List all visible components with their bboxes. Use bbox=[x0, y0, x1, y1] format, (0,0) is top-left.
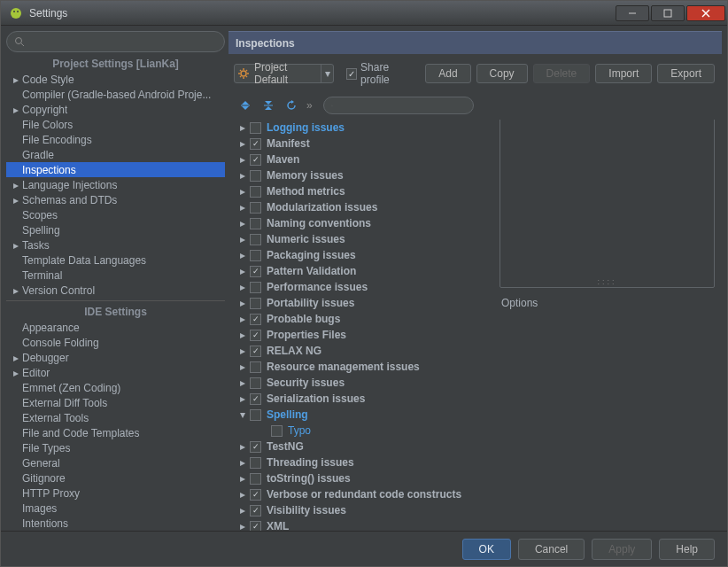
sidebar-item[interactable]: ▸Tasks bbox=[6, 237, 225, 252]
add-button[interactable]: Add bbox=[425, 64, 470, 83]
sidebar-item[interactable]: ▸Debugger bbox=[6, 350, 225, 365]
sidebar-item[interactable]: ▸Spelling bbox=[6, 222, 225, 237]
sidebar-item[interactable]: ▸Scopes bbox=[6, 207, 225, 222]
checkbox-icon[interactable]: ✓ bbox=[250, 154, 261, 166]
inspection-row[interactable]: ▸✓Pattern Validation bbox=[232, 263, 492, 279]
inspection-row[interactable]: ▾✓Spelling bbox=[232, 407, 492, 423]
sidebar-item[interactable]: ▸External Tools bbox=[6, 410, 225, 425]
inspection-row[interactable]: ▸✓Naming conventions bbox=[232, 215, 492, 231]
checkbox-icon[interactable]: ✓ bbox=[250, 202, 261, 214]
sidebar-tree[interactable]: Project Settings [LianKa] ▸Code Style▸Co… bbox=[6, 56, 225, 531]
inspection-row[interactable]: ▸✓Properties Files bbox=[232, 327, 492, 343]
sidebar-item[interactable]: ▸Gradle bbox=[6, 147, 225, 162]
sidebar-search[interactable] bbox=[6, 31, 225, 52]
inspections-search-input[interactable] bbox=[333, 99, 466, 112]
inspection-row[interactable]: ▸✓TestNG bbox=[232, 439, 492, 454]
collapse-icon[interactable] bbox=[260, 97, 276, 113]
checkbox-icon[interactable]: ✓ bbox=[250, 298, 261, 309]
sidebar-item[interactable]: ▸Compiler (Gradle-based Android Proje... bbox=[6, 87, 225, 102]
profile-dropdown[interactable]: Project Default ▾ bbox=[234, 64, 334, 83]
inspection-row[interactable]: ▸✓Portability issues bbox=[232, 295, 492, 311]
sidebar-item[interactable]: ▸Inspections bbox=[6, 162, 225, 177]
inspection-row[interactable]: ▸✓Numeric issues bbox=[232, 231, 492, 247]
inspection-row[interactable]: ▸✓Logging issues bbox=[232, 120, 492, 136]
sidebar-item[interactable]: ▸Console Folding bbox=[6, 335, 225, 350]
inspection-row[interactable]: ▸✓Method metrics bbox=[232, 183, 492, 199]
sidebar-item[interactable]: ▸General bbox=[6, 455, 225, 470]
inspections-search[interactable] bbox=[323, 97, 474, 114]
sidebar-item[interactable]: ▸Code Style bbox=[6, 72, 225, 87]
checkbox-icon[interactable]: ✓ bbox=[250, 314, 261, 325]
checkbox-icon[interactable]: ✓ bbox=[250, 393, 261, 405]
inspection-row[interactable]: ▸✓Memory issues bbox=[232, 167, 492, 183]
inspection-row[interactable]: ▸✓Threading issues bbox=[232, 454, 492, 470]
checkbox-icon[interactable]: ✓ bbox=[250, 282, 261, 293]
sidebar-item[interactable]: ▸Appearance bbox=[6, 320, 225, 335]
inspection-row[interactable]: ▸✓XML bbox=[232, 518, 492, 531]
share-profile-checkbox[interactable]: ✓ Share profile bbox=[346, 61, 414, 86]
sidebar-item[interactable]: ▸Schemas and DTDs bbox=[6, 192, 225, 207]
checkbox-icon[interactable]: ✓ bbox=[250, 250, 261, 261]
checkbox-icon[interactable]: ✓ bbox=[250, 122, 261, 134]
checkbox-icon[interactable]: ✓ bbox=[250, 521, 261, 532]
export-button[interactable]: Export bbox=[657, 64, 715, 83]
delete-button[interactable]: Delete bbox=[533, 64, 591, 83]
checkbox-icon[interactable]: ✓ bbox=[250, 346, 261, 357]
checkbox-icon[interactable]: ✓ bbox=[250, 377, 261, 389]
sidebar-item[interactable]: ▸File Encodings bbox=[6, 132, 225, 147]
checkbox-icon[interactable]: ✓ bbox=[250, 409, 261, 421]
inspection-row[interactable]: ▸✓Probable bugs bbox=[232, 311, 492, 327]
sidebar-search-input[interactable] bbox=[30, 35, 217, 48]
inspection-row[interactable]: ▸✓Serialization issues bbox=[232, 391, 492, 407]
close-button[interactable] bbox=[686, 5, 725, 21]
inspection-row[interactable]: ▸✓Verbose or redundant code constructs bbox=[232, 486, 492, 502]
checkbox-icon[interactable]: ✓ bbox=[250, 170, 261, 182]
inspection-row[interactable]: ▸✓Resource management issues bbox=[232, 359, 492, 375]
sidebar-item[interactable]: ▸Language Injections bbox=[6, 177, 225, 192]
import-button[interactable]: Import bbox=[595, 64, 652, 83]
sidebar-item[interactable]: ▸External Diff Tools bbox=[6, 395, 225, 410]
inspection-row[interactable]: ▸✓Performance issues bbox=[232, 279, 492, 295]
checkbox-icon[interactable]: ✓ bbox=[250, 489, 261, 501]
titlebar[interactable]: Settings bbox=[1, 1, 727, 26]
sidebar-item[interactable]: ▸Images bbox=[6, 501, 225, 516]
sidebar-item[interactable]: ▸File Types bbox=[6, 440, 225, 455]
checkbox-icon[interactable]: ✓ bbox=[250, 505, 261, 517]
sidebar-item[interactable]: ▸Gitignore bbox=[6, 470, 225, 485]
checkbox-icon[interactable]: ✓ bbox=[250, 457, 261, 469]
checkbox-icon[interactable]: ✓ bbox=[250, 330, 261, 341]
inspections-tree[interactable]: ▸✓Logging issues▸✓Manifest▸✓Maven▸✓Memor… bbox=[228, 120, 492, 531]
copy-button[interactable]: Copy bbox=[476, 64, 528, 83]
sidebar-item[interactable]: ▸Version Control bbox=[6, 283, 225, 298]
inspection-row[interactable]: ▸✓Security issues bbox=[232, 375, 492, 391]
maximize-button[interactable] bbox=[651, 5, 685, 21]
resize-grip-icon[interactable]: :::: bbox=[597, 277, 616, 286]
sidebar-item[interactable]: ▸File Colors bbox=[6, 117, 225, 132]
sidebar-item[interactable]: ▸File and Code Templates bbox=[6, 425, 225, 440]
reset-icon[interactable] bbox=[283, 97, 299, 113]
description-box[interactable]: :::: bbox=[500, 120, 715, 288]
inspection-row[interactable]: ▸✓Typo bbox=[232, 423, 492, 439]
checkbox-icon[interactable]: ✓ bbox=[250, 138, 261, 150]
apply-button[interactable]: Apply bbox=[592, 539, 652, 560]
sidebar-item[interactable]: ▸Terminal bbox=[6, 268, 225, 283]
inspection-row[interactable]: ▸✓Manifest bbox=[232, 136, 492, 151]
sidebar-item[interactable]: ▸Template Data Languages bbox=[6, 252, 225, 268]
checkbox-icon[interactable]: ✓ bbox=[250, 234, 261, 245]
sidebar-item[interactable]: ▸Editor bbox=[6, 365, 225, 380]
inspection-row[interactable]: ▸✓Packaging issues bbox=[232, 247, 492, 263]
checkbox-icon[interactable]: ✓ bbox=[250, 218, 261, 229]
sidebar-item[interactable]: ▸Copyright bbox=[6, 102, 225, 117]
inspection-row[interactable]: ▸✓toString() issues bbox=[232, 470, 492, 486]
inspection-row[interactable]: ▸✓Maven bbox=[232, 151, 492, 167]
inspection-row[interactable]: ▸✓Modularization issues bbox=[232, 199, 492, 215]
checkbox-icon[interactable]: ✓ bbox=[250, 361, 261, 373]
checkbox-icon[interactable]: ✓ bbox=[250, 473, 261, 485]
minimize-button[interactable] bbox=[616, 5, 649, 21]
checkbox-icon[interactable]: ✓ bbox=[250, 266, 261, 277]
sidebar-item[interactable]: ▸Emmet (Zen Coding) bbox=[6, 380, 225, 395]
inspection-row[interactable]: ▸✓RELAX NG bbox=[232, 343, 492, 359]
cancel-button[interactable]: Cancel bbox=[518, 539, 585, 560]
ok-button[interactable]: OK bbox=[462, 539, 511, 560]
checkbox-icon[interactable]: ✓ bbox=[250, 186, 261, 198]
